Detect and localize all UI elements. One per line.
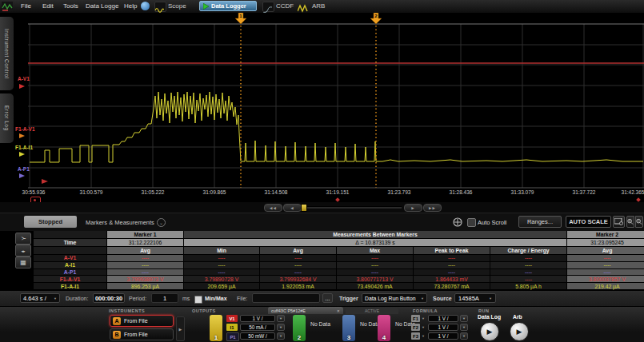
split-view-button[interactable]: Y: [15, 233, 31, 245]
f2-caret-icon[interactable]: ▼: [422, 325, 425, 329]
col-header-p2p[interactable]: Peak to Peak: [414, 247, 490, 254]
trace-label-a-v1[interactable]: A-V1: [18, 76, 30, 82]
file-input[interactable]: [252, 293, 320, 303]
f1-range-dropdown[interactable]: 1 V /: [428, 315, 458, 322]
auto-scroll-checkbox[interactable]: [467, 218, 476, 227]
source-dropdown[interactable]: 14585A ▼: [454, 293, 496, 303]
row-name[interactable]: A-V1: [34, 255, 106, 261]
scope-icon[interactable]: [154, 2, 166, 12]
col-header-charge[interactable]: Charge / Energy: [490, 247, 566, 254]
duration-input[interactable]: 000:00:30: [93, 293, 125, 303]
scroll-ffwd-button[interactable]: ▶▶: [423, 204, 442, 212]
secondary-tab-label: ACTIVE: [365, 308, 379, 313]
col-header-min[interactable]: Min: [184, 247, 259, 254]
trigger-value: Data Log Run Button: [365, 296, 415, 301]
scroll-rewind-button[interactable]: ◀◀: [264, 204, 282, 212]
trigger-label: Trigger: [339, 296, 358, 301]
grid-view-button[interactable]: ▦: [15, 256, 31, 268]
zoom-in-button[interactable]: [626, 216, 634, 228]
table-cell: 3.800037857 V: [567, 276, 644, 282]
trigger-dropdown[interactable]: Data Log Run Button ▼: [362, 293, 427, 303]
p1-range-caret[interactable]: ▼: [277, 332, 285, 340]
toolbar-scope-label[interactable]: Scope: [168, 2, 186, 10]
tab-close-icon[interactable]: ✕: [337, 308, 340, 313]
menu-tools[interactable]: Tools: [63, 2, 78, 10]
v1-range-caret[interactable]: ▼: [277, 315, 285, 322]
x-tick: 31:00.579: [80, 189, 103, 195]
arb-run-button[interactable]: ▶: [510, 322, 529, 341]
markers-toggle-button[interactable]: ◂▸: [15, 245, 31, 256]
i1-range-dropdown[interactable]: 50 mA /: [240, 324, 275, 331]
zoom-out-button[interactable]: [635, 216, 643, 228]
time-scale-dropdown[interactable]: 4.643 s / ▼: [20, 293, 60, 303]
i1-range-caret[interactable]: ▼: [277, 324, 285, 331]
trace-label-f1-a-i1[interactable]: F1-A-I1: [15, 145, 33, 150]
row-name[interactable]: A-I1: [34, 262, 106, 268]
row-name[interactable]: A-P1: [34, 269, 106, 276]
f3-range-caret[interactable]: ▼: [460, 332, 468, 340]
menu-data-logger[interactable]: Data Logge: [86, 2, 118, 10]
p1-range-dropdown[interactable]: 50 mW /: [240, 332, 275, 340]
row-name[interactable]: F1-A-I1: [34, 283, 106, 289]
menu-help[interactable]: Help: [124, 2, 137, 10]
toolbar-arb-label[interactable]: ARB: [312, 2, 325, 10]
f1-range-caret[interactable]: ▼: [460, 315, 468, 322]
instruments-expander-button[interactable]: ▶: [176, 316, 185, 341]
row-name[interactable]: F1-A-V1: [34, 276, 106, 282]
data-log-run-button[interactable]: ▶: [480, 322, 499, 341]
sidebar-tab-error-log[interactable]: Error Log: [0, 93, 14, 143]
source-value: 14585A: [458, 295, 479, 302]
app-window: File Edit Tools Data Logge Help Scope Da…: [0, 0, 644, 342]
trace-label-a-p1[interactable]: A-P1: [18, 166, 30, 172]
play-icon: ▶: [487, 328, 493, 336]
auto-scale-button[interactable]: AUTO SCALE: [566, 216, 611, 228]
secondary-tab[interactable]: ACTIVE: [346, 308, 398, 314]
channel-2-bar[interactable]: 2: [293, 315, 306, 341]
info-sphere-icon[interactable]: [141, 2, 150, 10]
ccdf-icon[interactable]: [262, 2, 274, 12]
toolbar-ccdf-label[interactable]: CCDF: [276, 2, 294, 10]
f2-range-caret[interactable]: ▼: [460, 324, 468, 331]
ranges-button[interactable]: Ranges...: [518, 216, 562, 228]
chart-scrollbar: ◀◀ ◀ ▶ ▶▶: [0, 202, 644, 213]
channel-3-bar[interactable]: 3: [342, 315, 355, 341]
minmax-checkbox[interactable]: [194, 296, 202, 304]
scroll-track[interactable]: [304, 206, 402, 209]
crosshair-icon[interactable]: [453, 217, 462, 227]
marker-1-flag[interactable]: 1: [235, 13, 246, 24]
channel-2-status: No Data: [310, 321, 330, 327]
col-header-avg[interactable]: Avg: [260, 247, 336, 254]
f1-caret-icon[interactable]: ▼: [422, 316, 425, 320]
marker-2-flag[interactable]: 2: [370, 13, 382, 24]
toolbar-data-logger-tab[interactable]: Data Logger: [199, 1, 257, 11]
f2-range-dropdown[interactable]: 1 V /: [428, 324, 458, 331]
scroll-thumb[interactable]: [301, 204, 307, 212]
col-header-max[interactable]: Max: [337, 247, 413, 254]
channel-4-bar[interactable]: 4: [378, 315, 390, 341]
auto-scroll-label[interactable]: Auto Scroll: [478, 219, 506, 226]
menu-file[interactable]: File: [21, 2, 31, 10]
snapshot-button[interactable]: [613, 216, 625, 228]
markers-measurements-label[interactable]: Markers & Measurements: [86, 219, 154, 226]
file-browse-button[interactable]: ...: [322, 293, 333, 303]
f3-range-dropdown[interactable]: 1 V /: [428, 332, 458, 340]
marker2-header[interactable]: Marker 2: [567, 231, 644, 238]
markers-dropdown-icon[interactable]: ⌄: [157, 218, 166, 227]
marker1-header[interactable]: Marker 1: [107, 231, 183, 238]
sidebar-tab-instrument-control[interactable]: Instrument Control: [0, 17, 14, 90]
channel-1-bar[interactable]: 1: [210, 315, 222, 341]
menu-edit[interactable]: Edit: [42, 2, 54, 10]
f3-caret-icon[interactable]: ▼: [422, 334, 425, 338]
instrument-panel: INSTRUMENTS OUTPUTS FORMULA RUN cuff43C …: [0, 306, 644, 342]
v1-range-dropdown[interactable]: 1 V /: [240, 315, 275, 322]
current-trace: [30, 92, 643, 162]
instrument-a-button[interactable]: A From File: [110, 315, 174, 327]
table-cell: ----: [337, 269, 413, 276]
scroll-fwd-button[interactable]: ▶: [404, 204, 422, 212]
waveform-chart[interactable]: 1 2 A-V1 F1-A-V1 F1-A-I1 A-P1 30:55.936 …: [14, 13, 644, 202]
trace-label-f1-a-v1[interactable]: F1-A-V1: [15, 126, 35, 132]
period-input[interactable]: 1: [151, 293, 178, 303]
instrument-b-button[interactable]: B From File: [110, 328, 174, 340]
scroll-back-button[interactable]: ◀: [283, 204, 302, 212]
file-tab[interactable]: cuff43C P5#12#E ✕: [268, 307, 343, 314]
